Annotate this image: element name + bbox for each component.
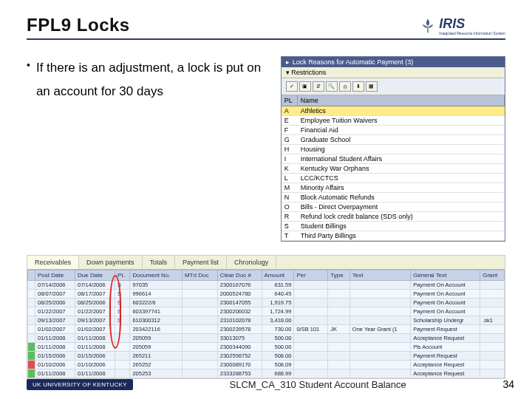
row-name: Third Party Billings <box>298 231 505 240</box>
row-name: Student Billings <box>298 222 505 231</box>
grid-cell: 97035 <box>130 281 183 290</box>
grid-cell: 500.00 <box>262 334 294 343</box>
tab-down-payments[interactable]: Down payments <box>79 256 143 269</box>
lock-reasons-window: ▸ Lock Reasons for Automatic Payment (3)… <box>281 56 505 242</box>
grid-col-header[interactable]: Clear Doc # <box>217 270 262 281</box>
lock-list-row[interactable]: IInternational Student Affairs <box>282 154 505 164</box>
window-icon: ▸ <box>286 58 290 66</box>
grid-cell: 2333288753 <box>217 369 262 378</box>
lock-list-row[interactable]: NBlock Automatic Refunds <box>282 193 505 202</box>
grid-col-header[interactable] <box>28 270 35 281</box>
grid-cell <box>115 361 130 369</box>
row-pl: H <box>282 145 298 154</box>
grid-row[interactable]: 01/11/200801/11/20082052532333288753688.… <box>28 369 505 378</box>
restrictions-bar[interactable]: ▾ Restrictions <box>282 67 505 78</box>
grid-cell <box>182 307 217 316</box>
toolbar-print-icon[interactable]: ⎙ <box>339 81 351 92</box>
grid-col-header[interactable]: Grant <box>480 270 505 281</box>
grid-cell <box>349 352 410 361</box>
lock-list-row[interactable]: HHousing <box>282 145 505 154</box>
grid-row[interactable]: 07/14/200607/14/2006S970352300167076631.… <box>28 281 505 290</box>
lock-list-row[interactable]: GGraduate School <box>282 135 505 145</box>
toolbar-layout-icon[interactable]: ▦ <box>366 81 378 92</box>
grid-cell <box>328 299 350 307</box>
grid-row[interactable]: 01/02/200701/02/200720342211623002395787… <box>28 325 505 334</box>
grid-col-header[interactable]: Text <box>349 270 410 281</box>
tab-receivables[interactable]: Receivables <box>27 256 79 269</box>
grid-col-header[interactable]: Due Date <box>75 270 115 281</box>
grid-col-header[interactable]: Type <box>328 270 350 281</box>
grid-cell <box>28 369 35 378</box>
grid-cell <box>28 299 35 307</box>
grid-col-header[interactable]: PL <box>115 270 130 281</box>
grid-col-header[interactable]: Post Date <box>35 270 75 281</box>
grid-cell: 01/22/2007 <box>75 307 115 316</box>
grid-row[interactable]: 09/13/200709/13/2007S6103003122310102078… <box>28 316 505 325</box>
grid-cell <box>480 343 505 352</box>
grid-row[interactable]: 01/11/200801/11/20082050592300344090500.… <box>28 343 505 352</box>
grid-cell: 08/07/2007 <box>35 290 75 299</box>
grid-cell: 205059 <box>130 334 183 343</box>
grid-cell <box>294 352 328 361</box>
lock-list-row[interactable]: SStudent Billings <box>282 222 505 231</box>
grid-col-header[interactable]: MTd Doc <box>182 270 217 281</box>
grid-cell <box>480 352 505 361</box>
grid-cell <box>349 290 410 299</box>
grid-row[interactable]: 08/07/200708/17/2007S9966142000524780640… <box>28 290 505 299</box>
lock-list-row[interactable]: EEmployee Tuition Waivers <box>282 116 505 126</box>
grid-cell <box>480 334 505 343</box>
tab-totals[interactable]: Totals <box>143 256 176 269</box>
tab-strip: ReceivablesDown paymentsTotalsPayment li… <box>27 256 505 270</box>
grid-col-header[interactable]: Document No. <box>130 270 183 281</box>
lock-list-row[interactable]: TThird Party Billings <box>282 231 505 241</box>
grid-col-header[interactable]: General Text <box>411 270 480 281</box>
chronology-table-screenshot: ReceivablesDown paymentsTotalsPayment li… <box>27 255 505 379</box>
grid-cell <box>28 290 35 299</box>
lock-list-row[interactable]: RRefund lock credit balance (SDS only) <box>282 212 505 222</box>
lock-list-row[interactable]: KKentucky War Orphans <box>282 164 505 174</box>
grid-cell: 1,919.75 <box>262 299 294 307</box>
grid-cell: 01/22/2007 <box>35 307 75 316</box>
toolbar-sort-icon[interactable]: ⇵ <box>313 81 324 92</box>
grid-cell: 2300147055 <box>217 299 262 307</box>
grid-cell: 08/25/2006 <box>75 299 115 307</box>
tab-payment-list[interactable]: Payment list <box>175 256 227 269</box>
grid-cell <box>294 343 328 352</box>
toolbar-search-icon[interactable]: 🔍 <box>326 81 338 92</box>
grid-row[interactable]: 01/15/200601/15/20062652112302558752508.… <box>28 352 505 361</box>
lock-list-row[interactable]: LLCC/KCTCS <box>282 174 505 183</box>
lock-list-row[interactable]: FFinancial Aid <box>282 126 505 135</box>
grid-col-header[interactable]: Per <box>294 270 328 281</box>
bullet-text: If there is an adjustment, a lock is put… <box>36 56 270 104</box>
uk-badge: UK UNIVERSITY OF KENTUCKY <box>27 379 133 390</box>
grid-col-header[interactable]: Amount <box>262 270 294 281</box>
lock-list-body[interactable]: AAthleticsEEmployee Tuition WaiversFFina… <box>282 106 505 241</box>
toolbar-filter-icon[interactable]: ▣ <box>299 81 311 92</box>
lock-list-row[interactable]: MMinority Affairs <box>282 183 505 193</box>
grid-cell: 01/11/2008 <box>75 334 115 343</box>
toolbar-export-icon[interactable]: ⬇ <box>352 81 364 92</box>
grid-cell <box>349 361 410 369</box>
grid-cell: 2000524780 <box>217 290 262 299</box>
col-name[interactable]: Name <box>298 95 505 106</box>
grid-cell <box>28 352 35 361</box>
toolbar-check-icon[interactable]: ✓ <box>286 81 298 92</box>
grid-row[interactable]: 01/11/200801/11/200820505933013075500.00… <box>28 334 505 343</box>
grid-cell: 996614 <box>130 290 183 299</box>
grid-cell <box>480 361 505 369</box>
grid-cell <box>328 307 350 316</box>
row-name: Block Automatic Refunds <box>298 193 505 202</box>
row-pl: A <box>282 106 298 115</box>
grid-cell: 1,724.99 <box>262 307 294 316</box>
row-pl: E <box>282 116 298 125</box>
grid-cell <box>480 369 505 378</box>
lock-list-row[interactable]: AAthletics <box>282 106 505 116</box>
col-pl[interactable]: PL <box>282 95 298 106</box>
tab-chronology[interactable]: Chronology <box>227 256 276 269</box>
grid-row[interactable]: 01/10/200601/10/20062652522300089170508.… <box>28 361 505 369</box>
grid-row[interactable]: 08/25/200608/25/2006S603222/623001470551… <box>28 299 505 307</box>
lock-list-row[interactable]: OBills - Direct Overpayment <box>282 202 505 212</box>
row-name: Graduate School <box>298 135 505 144</box>
grid-row[interactable]: 01/22/200701/22/2007S6033977412300206032… <box>28 307 505 316</box>
grid-cell: Payment On Account <box>411 307 480 316</box>
